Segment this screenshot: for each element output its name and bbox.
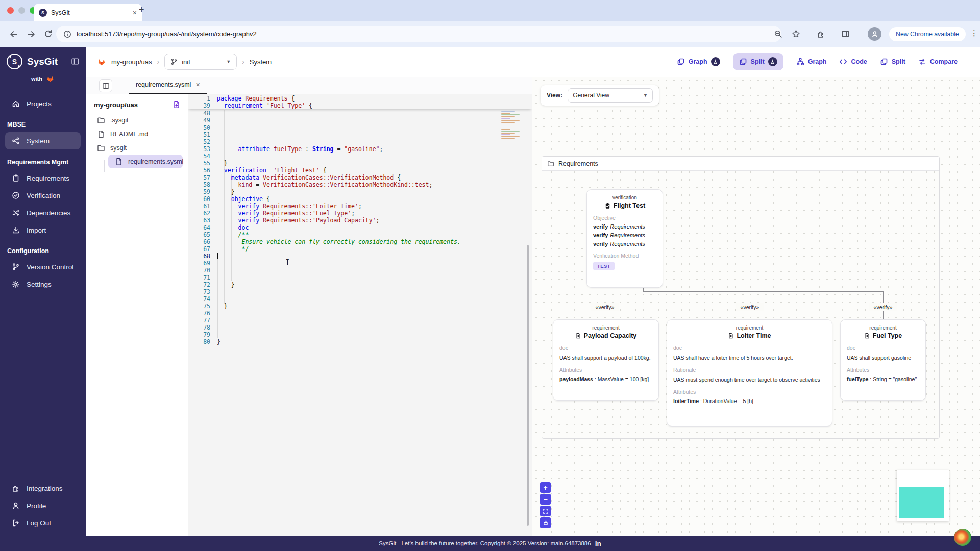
browser-tab[interactable]: S SysGit × (34, 4, 142, 21)
home-icon (11, 99, 20, 108)
code-line-55[interactable]: 55 } (188, 160, 532, 167)
toolbar-code-button-3[interactable]: Code (839, 58, 867, 66)
sidebar-item-integrations[interactable]: Integrations (0, 480, 86, 497)
lock-button[interactable] (540, 517, 551, 528)
code-line-68[interactable]: 68 (188, 253, 532, 260)
code-line-1[interactable]: 1package Requirements { (188, 95, 532, 102)
requirements-package-container[interactable]: Requirements «verify» «verify» «verify» … (542, 156, 940, 439)
zoom-in-button[interactable]: + (540, 482, 551, 493)
new-file-icon[interactable] (173, 101, 181, 109)
tab-close-icon[interactable]: × (133, 9, 137, 16)
code-lines[interactable]: 484950515253 attribute fuelType : String… (188, 110, 532, 345)
sidebar-item-import[interactable]: Import (0, 221, 86, 239)
node-stereotype: requirement (559, 325, 652, 331)
toolbar-split-button-4[interactable]: Split (880, 58, 905, 66)
editor-tab-requirements[interactable]: requirements.sysml × (129, 77, 207, 94)
toolbar-graph-button-2[interactable]: Graph (796, 58, 827, 66)
back-icon[interactable] (9, 30, 18, 39)
requirement-node-loiter-time[interactable]: requirement Loiter Time doc UAS shall ha… (667, 319, 832, 427)
code-line-75[interactable]: 75 } (188, 303, 532, 310)
code-line-57[interactable]: 57 metadata VerificationCases::Verificat… (188, 174, 532, 181)
url-bar[interactable]: localhost:5173/repo/my-group/uas/-/init/… (56, 26, 781, 42)
explorer-toggle-icon[interactable] (99, 79, 112, 92)
diagram-panel[interactable]: View: General View ▼ Requirements «verif… (532, 77, 980, 536)
sidebar-item-version-control[interactable]: Version Control (0, 258, 86, 276)
code-line-65[interactable]: 65 /** (188, 231, 532, 238)
requirement-node-payload-capacity[interactable]: requirement Payload Capacity doc UAS sha… (553, 319, 659, 401)
code-line-74[interactable]: 74 (188, 295, 532, 303)
code-line-53[interactable]: 53 attribute fuelType : String = "gasoli… (188, 145, 532, 153)
view-select[interactable]: General View ▼ (568, 88, 653, 103)
code-line-64[interactable]: 64 doc (188, 224, 532, 231)
code-line-76[interactable]: 76 (188, 310, 532, 317)
requirement-node-fuel-type[interactable]: requirement Fuel Type doc UAS shall supp… (840, 319, 926, 401)
diagram-minimap[interactable] (897, 470, 949, 521)
window-close-button[interactable] (7, 7, 14, 14)
toolbar-split-button-1[interactable]: Split (733, 53, 783, 70)
sidebar-item-dependencies[interactable]: Dependencies (0, 204, 86, 221)
code-line-59[interactable]: 59 } (188, 188, 532, 195)
code-line-54[interactable]: 54 (188, 153, 532, 160)
side-panel-icon[interactable] (841, 30, 850, 38)
code-line-58[interactable]: 58 kind = VerificationCases::Verificatio… (188, 181, 532, 188)
tree-item-readme-md[interactable]: README.md (86, 127, 188, 141)
browser-profile-avatar[interactable] (868, 27, 881, 41)
mascot-sticker[interactable] (954, 529, 971, 546)
code-line-63[interactable]: 63 verify Requirements::'Payload Capacit… (188, 217, 532, 224)
extensions-puzzle-icon[interactable] (817, 30, 825, 38)
code-line-72[interactable]: 72 } (188, 281, 532, 288)
code-line-60[interactable]: 60 objective { (188, 195, 532, 203)
sidebar-item-requirements[interactable]: Requirements (0, 169, 86, 187)
code-line-51[interactable]: 51 (188, 131, 532, 138)
code-line-79[interactable]: 79 (188, 331, 532, 338)
code-line-56[interactable]: 56 verification 'Flight Test' { (188, 167, 532, 174)
tree-item-requirements-sysml[interactable]: requirements.sysml (108, 155, 183, 168)
code-line-66[interactable]: 66 Ensure vehicle can fly correctly cons… (188, 238, 532, 245)
code-line-73[interactable]: 73 (188, 288, 532, 295)
code-line-50[interactable]: 50 (188, 124, 532, 131)
code-editor[interactable]: 484950515253 attribute fuelType : String… (188, 94, 532, 536)
bookmark-star-icon[interactable] (792, 30, 800, 38)
chrome-update-button[interactable]: New Chrome available (889, 27, 966, 41)
code-line-61[interactable]: 61 verify Requirements::'Loiter Time'; (188, 203, 532, 210)
code-line-52[interactable]: 52 (188, 138, 532, 145)
window-minimize-button[interactable] (18, 7, 25, 14)
reload-icon[interactable] (44, 30, 53, 38)
code-line-80[interactable]: 80} (188, 338, 532, 345)
toolbar-graph-button-0[interactable]: Graph (677, 57, 720, 66)
fit-view-button[interactable] (540, 506, 551, 516)
code-line-69[interactable]: 69 (188, 260, 532, 267)
zoom-out-button[interactable]: − (540, 494, 551, 505)
code-line-77[interactable]: 77 (188, 317, 532, 324)
code-text: } (217, 303, 228, 310)
toolbar-compare-button-5[interactable]: Compare (918, 58, 958, 66)
sidebar-item-system[interactable]: System (5, 132, 81, 149)
code-line-67[interactable]: 67 */ (188, 245, 532, 253)
breadcrumb-repo[interactable]: my-group/uas (111, 58, 152, 66)
new-tab-button[interactable]: + (139, 5, 144, 15)
sidebar-item-settings[interactable]: Settings (0, 276, 86, 293)
sidebar-item-profile[interactable]: Profile (0, 497, 86, 514)
code-line-70[interactable]: 70 (188, 267, 532, 274)
editor-scrollbar[interactable] (527, 245, 529, 526)
tab-close-icon[interactable]: × (195, 81, 200, 88)
browser-menu-icon[interactable]: ⋮ (970, 29, 978, 38)
sidebar-item-log-out[interactable]: Log Out (0, 514, 86, 532)
code-line-49[interactable]: 49 (188, 117, 532, 124)
sidebar-item-verification[interactable]: Verification (0, 187, 86, 204)
branch-select[interactable]: init ▼ (164, 54, 237, 70)
zoom-search-icon[interactable] (774, 30, 782, 38)
code-line-71[interactable]: 71 (188, 274, 532, 281)
sidebar-item-projects[interactable]: Projects (0, 95, 86, 112)
code-line-62[interactable]: 62 verify Requirements::'Fuel Type'; (188, 210, 532, 217)
code-line-78[interactable]: 78 (188, 324, 532, 331)
tree-item-sysgit[interactable]: .sysgit (86, 113, 188, 127)
forward-icon[interactable] (27, 30, 36, 39)
info-icon[interactable] (63, 30, 71, 38)
verification-node-flight-test[interactable]: verification Flight Test Objective verif… (586, 189, 663, 288)
code-line-39[interactable]: 39 requirement 'Fuel Type' { (188, 102, 532, 109)
tree-item-sysgit[interactable]: sysgit (86, 141, 188, 155)
sidebar-collapse-icon[interactable] (71, 57, 80, 66)
code-line-48[interactable]: 48 (188, 110, 532, 117)
linkedin-icon[interactable]: in (595, 540, 601, 547)
